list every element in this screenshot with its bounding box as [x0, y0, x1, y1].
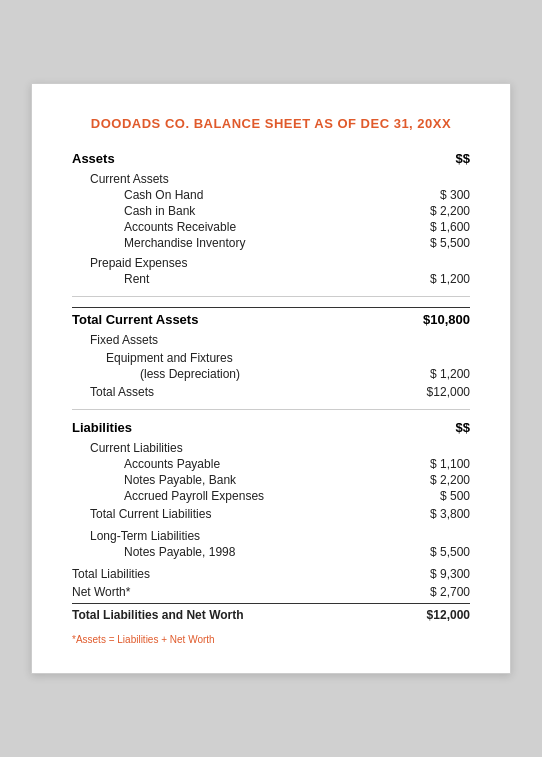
total-current-liabilities-label: Total Current Liabilities — [90, 507, 211, 521]
less-depreciation-amount: $ 1,200 — [400, 367, 470, 381]
total-liabilities-net-worth-row: Total Liabilities and Net Worth $12,000 — [72, 603, 470, 622]
notes-payable-bank-label: Notes Payable, Bank — [124, 473, 236, 487]
net-worth-label: Net Worth* — [72, 585, 130, 599]
total-liabilities-label: Total Liabilities — [72, 567, 150, 581]
prepaid-expenses-label: Prepaid Expenses — [90, 256, 470, 270]
accrued-payroll-row: Accrued Payroll Expenses $ 500 — [124, 489, 470, 503]
total-current-assets-amount: $10,800 — [400, 312, 470, 327]
total-current-assets-label: Total Current Assets — [72, 312, 198, 327]
divider-1 — [72, 296, 470, 297]
notes-payable-1998-amount: $ 5,500 — [400, 545, 470, 559]
current-liabilities-label: Current Liabilities — [90, 441, 470, 455]
merchandise-inventory-amount: $ 5,500 — [400, 236, 470, 250]
total-liabilities-amount: $ 9,300 — [400, 567, 470, 581]
net-worth-row: Net Worth* $ 2,700 — [72, 585, 470, 599]
rent-amount: $ 1,200 — [400, 272, 470, 286]
notes-payable-bank-row: Notes Payable, Bank $ 2,200 — [124, 473, 470, 487]
current-assets-label: Current Assets — [90, 172, 470, 186]
total-assets-row: Total Assets $12,000 — [90, 385, 470, 399]
footnote: *Assets = Liabilities + Net Worth — [72, 634, 470, 645]
total-liabilities-net-worth-amount: $12,000 — [400, 608, 470, 622]
accounts-receivable-label: Accounts Receivable — [124, 220, 236, 234]
cash-in-bank-label: Cash in Bank — [124, 204, 195, 218]
accounts-payable-row: Accounts Payable $ 1,100 — [124, 457, 470, 471]
fixed-assets-label: Fixed Assets — [90, 333, 470, 347]
cash-in-bank-amount: $ 2,200 — [400, 204, 470, 218]
accounts-receivable-amount: $ 1,600 — [400, 220, 470, 234]
total-assets-label: Total Assets — [90, 385, 154, 399]
notes-payable-1998-label: Notes Payable, 1998 — [124, 545, 235, 559]
cash-in-bank-row: Cash in Bank $ 2,200 — [124, 204, 470, 218]
total-current-liabilities-row: Total Current Liabilities $ 3,800 — [90, 507, 470, 521]
accounts-payable-amount: $ 1,100 — [400, 457, 470, 471]
less-depreciation-label: (less Depreciation) — [140, 367, 240, 381]
divider-2 — [72, 409, 470, 410]
total-assets-amount: $12,000 — [400, 385, 470, 399]
balance-sheet: DOODADS CO. BALANCE SHEET AS OF DEC 31, … — [31, 83, 511, 674]
merchandise-inventory-label: Merchandise Inventory — [124, 236, 245, 250]
rent-row: Rent $ 1,200 — [124, 272, 470, 286]
accounts-payable-label: Accounts Payable — [124, 457, 220, 471]
total-liabilities-net-worth-label: Total Liabilities and Net Worth — [72, 608, 244, 622]
less-depreciation-row: (less Depreciation) $ 1,200 — [140, 367, 470, 381]
accrued-payroll-amount: $ 500 — [400, 489, 470, 503]
merchandise-inventory-row: Merchandise Inventory $ 5,500 — [124, 236, 470, 250]
accounts-receivable-row: Accounts Receivable $ 1,600 — [124, 220, 470, 234]
cash-on-hand-row: Cash On Hand $ 300 — [124, 188, 470, 202]
liabilities-section-header: Liabilities $$ — [72, 420, 470, 435]
net-worth-amount: $ 2,700 — [400, 585, 470, 599]
equipment-fixtures-label: Equipment and Fixtures — [106, 351, 470, 365]
assets-section-header: Assets $$ — [72, 151, 470, 166]
assets-symbol: $$ — [456, 151, 470, 166]
liabilities-label: Liabilities — [72, 420, 132, 435]
accrued-payroll-label: Accrued Payroll Expenses — [124, 489, 264, 503]
sheet-title: DOODADS CO. BALANCE SHEET AS OF DEC 31, … — [72, 116, 470, 131]
rent-label: Rent — [124, 272, 149, 286]
total-current-liabilities-amount: $ 3,800 — [400, 507, 470, 521]
cash-on-hand-amount: $ 300 — [400, 188, 470, 202]
total-liabilities-row: Total Liabilities $ 9,300 — [72, 567, 470, 581]
notes-payable-1998-row: Notes Payable, 1998 $ 5,500 — [124, 545, 470, 559]
cash-on-hand-label: Cash On Hand — [124, 188, 203, 202]
long-term-liabilities-label: Long-Term Liabilities — [90, 529, 470, 543]
notes-payable-bank-amount: $ 2,200 — [400, 473, 470, 487]
total-current-assets-row: Total Current Assets $10,800 — [72, 307, 470, 327]
assets-label: Assets — [72, 151, 115, 166]
liabilities-symbol: $$ — [456, 420, 470, 435]
